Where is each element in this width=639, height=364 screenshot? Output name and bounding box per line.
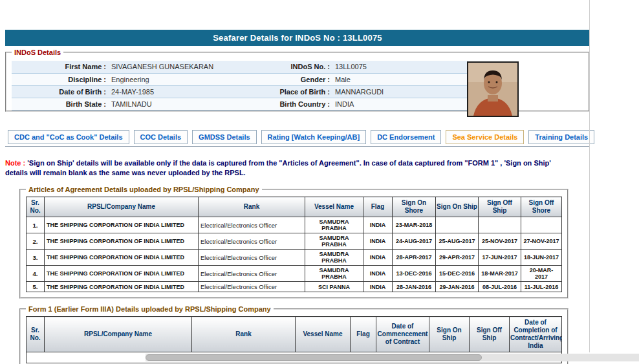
- cell-sign-off-ship: 08-JUL-2016: [479, 282, 521, 292]
- page-title: Seafarer Details for INDoS No : 13LL0075: [5, 30, 590, 46]
- cell-rank: Electrical/Electronics Officer: [199, 233, 305, 250]
- cell-sign-off-shore: [521, 217, 562, 233]
- cell-rank: Electrical/Electronics Officer: [199, 266, 305, 282]
- first-name-label: First Name :: [12, 61, 109, 73]
- cell-rank: Electrical/Electronics Officer: [199, 282, 305, 292]
- column-header-vessel: Vessel Name: [296, 317, 351, 352]
- discipline-value: Engineering: [109, 73, 230, 85]
- column-header-sign-off-ship: Sign Off Ship: [470, 317, 510, 352]
- cell-company-name: THE SHIPPING CORPORATION OF INDIA LIMITE…: [45, 266, 199, 282]
- column-header-company: RPSL/Company Name: [45, 197, 199, 217]
- cell-company-name: THE SHIPPING CORPORATION OF INDIA LIMITE…: [45, 282, 199, 292]
- table-row: 4. THE SHIPPING CORPORATION OF INDIA LIM…: [27, 266, 562, 282]
- indos-no-label: INDoS No. :: [230, 61, 332, 73]
- tab-coc-details[interactable]: COC Details: [134, 130, 188, 144]
- tab-strip: CDC and "CoC as Cook" Details COC Detail…: [5, 130, 590, 147]
- tab-training-details[interactable]: Training Details: [528, 130, 594, 144]
- cell-sign-on-shore: 28-JAN-2016: [393, 282, 436, 292]
- cell-sign-on-ship: 29-JAN-2016: [436, 282, 479, 292]
- content-right-divider: [589, 0, 590, 352]
- column-header-sign-on-ship: Sign On Ship: [429, 317, 470, 352]
- field-row: Discipline : Engineering Gender : Male: [12, 73, 468, 85]
- cell-sign-off-ship: [479, 217, 521, 233]
- date-of-birth-label: Date of Birth :: [12, 85, 109, 98]
- column-header-sign-on-ship: Sign On Ship: [436, 197, 479, 217]
- cell-rank: Electrical/Electronics Officer: [199, 217, 305, 233]
- note-body: 'Sign on Ship' details will be available…: [5, 159, 551, 177]
- gender-label: Gender :: [230, 73, 332, 85]
- date-of-birth-value: 24-MAY-1985: [109, 85, 230, 98]
- cell-flag: INDIA: [363, 233, 393, 250]
- gender-value: Male: [332, 73, 468, 85]
- cell-company-name: THE SHIPPING CORPORATION OF INDIA LIMITE…: [45, 217, 199, 233]
- column-header-rank: Rank: [192, 317, 296, 352]
- tab-dc-endorsement[interactable]: DC Endorsement: [371, 130, 441, 144]
- indos-details-legend: INDoS Details: [12, 48, 63, 56]
- table-row: 1. THE SHIPPING CORPORATION OF INDIA LIM…: [27, 217, 562, 233]
- tab-cdc-coc-as-cook-details[interactable]: CDC and "CoC as Cook" Details: [8, 130, 129, 144]
- column-header-flag: Flag: [351, 317, 376, 352]
- field-row: First Name : SIVAGANESH GUNASEKARAN INDo…: [12, 61, 468, 73]
- cell-sign-off-shore: 20-MAR-2017: [521, 266, 562, 282]
- table-row: 5. THE SHIPPING CORPORATION OF INDIA LIM…: [27, 282, 562, 292]
- main-content: Seafarer Details for INDoS No : 13LL0075…: [5, 30, 590, 364]
- cell-flag: INDIA: [363, 250, 393, 266]
- tab-sea-service-details[interactable]: Sea Service Details: [446, 130, 524, 144]
- birth-country-label: Birth Country :: [230, 98, 332, 110]
- articles-section-legend: Articles of Agreement Details uploaded b…: [26, 186, 262, 193]
- column-header-sr-no: Sr. No.: [27, 317, 45, 352]
- cell-sign-on-shore: 23-MAR-2018: [393, 217, 436, 233]
- cell-sr-no: 2.: [27, 233, 45, 250]
- cell-sign-on-ship: 25-AUG-2017: [436, 233, 479, 250]
- column-header-commencement-date: Date of Commencement of Contract: [376, 317, 429, 352]
- cell-vessel-name: SAMUDRA PRABHA: [305, 266, 363, 282]
- cell-sign-off-shore: 11-JUL-2016: [521, 282, 562, 292]
- tab-gmdss-details[interactable]: GMDSS Details: [192, 130, 256, 144]
- indos-details-section: INDoS Details First Name : SIVAGANESH GU…: [5, 48, 590, 112]
- note-text: Note : 'Sign on Ship' details will be av…: [5, 158, 567, 178]
- column-header-sign-off-shore: Sign Off Shore: [521, 197, 562, 217]
- cell-sign-off-shore: 18-JUN-2017: [521, 250, 562, 266]
- birth-state-label: Birth State :: [12, 98, 109, 110]
- horizontal-scrollbar[interactable]: [146, 354, 639, 361]
- articles-table: Sr. No. RPSL/Company Name Rank Vessel Na…: [26, 197, 562, 292]
- column-header-company: RPSL/Company Name: [45, 317, 192, 352]
- table-row: 2. THE SHIPPING CORPORATION OF INDIA LIM…: [27, 233, 562, 250]
- form1-header-row: Sr. No. RPSL/Company Name Rank Vessel Na…: [27, 317, 562, 352]
- column-header-rank: Rank: [199, 197, 305, 217]
- column-header-sr-no: Sr. No.: [27, 197, 45, 217]
- cell-sign-on-shore: 28-APR-2017: [393, 250, 436, 266]
- cell-flag: INDIA: [363, 266, 393, 282]
- cell-sign-on-ship: 15-DEC-2016: [436, 266, 479, 282]
- cell-sr-no: 5.: [27, 282, 45, 292]
- cell-company-name: THE SHIPPING CORPORATION OF INDIA LIMITE…: [45, 233, 199, 250]
- cell-vessel-name: SAMUDRA PRABHA: [305, 250, 363, 266]
- column-header-completion-date: Date of Completion of Contract/Arriving …: [510, 317, 562, 352]
- indos-no-value: 13LL0075: [332, 61, 468, 73]
- seafarer-photo: [467, 61, 519, 117]
- field-row: Date of Birth : 24-MAY-1985 Place of Bir…: [12, 85, 468, 98]
- cell-vessel-name: SCI PANNA: [305, 282, 363, 292]
- horizontal-scrollbar-thumb[interactable]: [146, 354, 482, 361]
- cell-rank: Electrical/Electronics Officer: [199, 250, 305, 266]
- articles-of-agreement-section: Articles of Agreement Details uploaded b…: [19, 186, 569, 299]
- cell-sign-on-shore: 13-DEC-2016: [393, 266, 436, 282]
- column-header-sign-on-shore: Sign On Shore: [393, 197, 436, 217]
- cell-company-name: THE SHIPPING CORPORATION OF INDIA LIMITE…: [45, 250, 199, 266]
- note-prefix: Note :: [5, 159, 25, 167]
- cell-sr-no: 4.: [27, 266, 45, 282]
- birth-state-value: TAMILNADU: [109, 98, 230, 110]
- cell-sign-off-ship: 17-JUN-2017: [479, 250, 521, 266]
- cell-sr-no: 1.: [27, 217, 45, 233]
- cell-vessel-name: SAMUDRA PRABHA: [305, 233, 363, 250]
- form1-section-legend: Form 1 (Earlier Form IIIA) Details uploa…: [26, 305, 274, 313]
- tab-rating-watch-keeping-ab[interactable]: Rating [Watch Keeping/AB]: [261, 130, 367, 144]
- discipline-label: Discipline :: [12, 73, 109, 85]
- first-name-value: SIVAGANESH GUNASEKARAN: [109, 61, 230, 73]
- cell-sign-on-ship: 29-APR-2017: [436, 250, 479, 266]
- cell-sign-off-ship: 18-MAR-2017: [479, 266, 521, 282]
- birth-country-value: INDIA: [332, 98, 468, 110]
- articles-header-row: Sr. No. RPSL/Company Name Rank Vessel Na…: [27, 197, 562, 217]
- indos-fields-table: First Name : SIVAGANESH GUNASEKARAN INDo…: [12, 61, 468, 111]
- table-row: 3. THE SHIPPING CORPORATION OF INDIA LIM…: [27, 250, 562, 266]
